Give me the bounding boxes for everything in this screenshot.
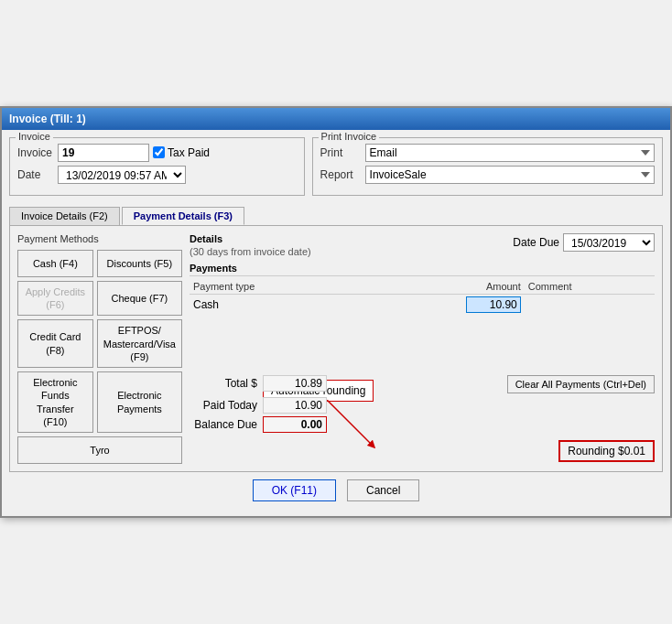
invoice-number-input[interactable] (58, 144, 149, 162)
paid-today-input[interactable] (263, 397, 327, 414)
payments-table: Payment type Amount Comment Cash (190, 279, 655, 315)
tax-paid-checkbox[interactable] (153, 146, 165, 158)
table-row: Cash (190, 294, 655, 315)
col-amount: Amount (365, 279, 525, 295)
totals-section: Total $ Clear All Payments (Ctrl+Del) Pa… (190, 375, 655, 462)
invoice-group: Invoice Invoice Tax Paid Date 13/02/2019… (9, 137, 305, 196)
payment-type-cell: Cash (190, 294, 365, 315)
details-panel: Details (30 days from invoice date) Date… (190, 233, 655, 465)
balance-due-label: Balance Due (190, 418, 263, 431)
tab-invoice-details[interactable]: Invoice Details (F2) (9, 207, 120, 225)
btn-eftpos[interactable]: EFTPOS/ Mastercard/Visa (F9) (97, 319, 182, 368)
payment-methods-panel: Payment Methods Cash (F4) Discounts (F5)… (17, 233, 182, 465)
print-label: Print (320, 146, 362, 159)
title-bar: Invoice (Till: 1) (2, 108, 670, 130)
paid-today-label: Paid Today (190, 399, 263, 412)
btn-cash[interactable]: Cash (F4) (17, 250, 93, 277)
bottom-buttons: OK (F11) Cancel (9, 472, 663, 509)
tab-content: Payment Methods Cash (F4) Discounts (F5)… (9, 225, 663, 473)
balance-due-row: Balance Due (190, 416, 655, 433)
btn-discounts[interactable]: Discounts (F5) (97, 250, 182, 277)
col-comment: Comment (525, 279, 655, 295)
total-input[interactable] (263, 375, 327, 392)
date-due-label: Date Due (513, 236, 559, 249)
btn-apply-credits[interactable]: Apply Credits (F6) (17, 281, 93, 317)
payments-label: Payments (190, 263, 655, 276)
payment-methods-title: Payment Methods (17, 233, 182, 244)
cancel-button[interactable]: Cancel (347, 479, 419, 501)
date-label: Date (17, 168, 54, 181)
total-label: Total $ (190, 377, 263, 390)
report-label: Report (320, 168, 362, 181)
col-payment-type: Payment type (190, 279, 365, 295)
details-subtitle: (30 days from invoice date) (190, 246, 311, 257)
total-row: Total $ (190, 375, 507, 392)
tab-payment-details[interactable]: Payment Details (F3) (122, 207, 244, 225)
invoice-group-label: Invoice (16, 131, 53, 142)
print-invoice-group: Print Invoice Print Email Printer None R… (312, 137, 663, 196)
payment-amount-cell (365, 294, 525, 315)
payment-amount-input[interactable] (466, 296, 521, 313)
details-title: Details (190, 233, 311, 244)
rounding-badge: Rounding $0.01 (558, 440, 655, 462)
clear-all-button[interactable]: Clear All Payments (Ctrl+Del) (507, 375, 655, 393)
main-window: Invoice (Till: 1) Invoice Invoice Tax Pa… (0, 106, 672, 519)
btn-cheque[interactable]: Cheque (F7) (97, 281, 182, 317)
tabs-row: Invoice Details (F2) Payment Details (F3… (9, 207, 663, 225)
payment-comment-cell (525, 294, 655, 315)
tax-paid-label: Tax Paid (153, 146, 210, 159)
paid-today-row: Paid Today (190, 397, 655, 414)
invoice-label: Invoice (17, 146, 54, 159)
report-select[interactable]: InvoiceSale InvoiceSaleA4 (365, 166, 655, 184)
btn-credit-card[interactable]: Credit Card (F8) (17, 319, 93, 368)
print-invoice-group-label: Print Invoice (319, 131, 380, 142)
balance-due-input[interactable] (263, 416, 327, 433)
date-select[interactable]: 13/02/2019 09:57 AM (58, 166, 186, 184)
btn-electronic-payments[interactable]: Electronic Payments (97, 371, 182, 433)
payments-area: Payment type Amount Comment Cash (190, 279, 655, 462)
ok-button[interactable]: OK (F11) (253, 479, 336, 501)
print-select[interactable]: Email Printer None (365, 144, 655, 162)
window-title: Invoice (Till: 1) (9, 113, 86, 125)
btn-tyro[interactable]: Tyro (17, 436, 182, 464)
btn-eft[interactable]: Electronic Funds Transfer (F10) (17, 371, 93, 433)
date-due-select[interactable]: 15/03/2019 (563, 233, 655, 252)
